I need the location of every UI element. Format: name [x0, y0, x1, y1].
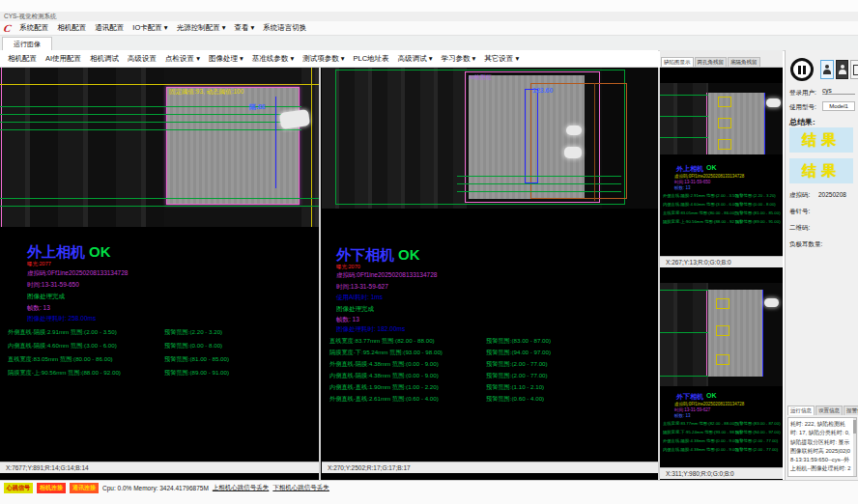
measurement-warn: 预警范围:(81.00 - 85.00): [164, 355, 229, 364]
measurement-warn: 预警范围:(83.00 - 87.00): [735, 421, 781, 426]
measure-line: [0, 198, 319, 199]
measurement-main: 直线宽度:83.77mm 范围:(82.00 - 88.00): [663, 421, 735, 426]
measurement-main: 内侧直线-隔膜:4.38mm 范围:(0.00 - 9.00): [329, 372, 439, 380]
menu-item-comm-config[interactable]: 通讯配置: [95, 23, 124, 33]
panel-divider: [319, 68, 321, 480]
pixel-coord-text: X:267;Y:13;R:0;G:0;B:0: [666, 259, 731, 266]
aux-camera-title: 外上相机: [676, 164, 703, 174]
pixel-coord-bar: X:7677;Y:891;R:14;G:14;B:14: [0, 462, 319, 473]
toolbar-item-learn-params[interactable]: 学习参数 ▾: [441, 54, 475, 64]
lower-camera-heartbeat-link[interactable]: 下相机心跳信号丢失: [272, 484, 329, 492]
aux-barcode-line: 虚拟码:0Ff1ine20250208133134728: [674, 174, 744, 179]
log-scrollbar-thumb[interactable]: [853, 420, 856, 434]
info-tab-alarm[interactable]: 报警信息: [844, 406, 858, 415]
run-log-box[interactable]: 耗时: 222, 缺陷检测耗时: 17, 缺陷分类耗时: 0, 缺陷提取分区耗时…: [787, 417, 857, 477]
menu-item-io-config[interactable]: IO卡配置 ▾: [132, 23, 167, 33]
menu-item-language[interactable]: 系统语言切换: [263, 23, 306, 33]
aux-tab-bottom-residue[interactable]: 底隔角残留: [728, 57, 760, 67]
operator-button[interactable]: [836, 60, 848, 79]
aux-tab-strip: 缺陷图显示 两孔角残留 底隔角残留: [660, 50, 783, 68]
menu-item-light-config[interactable]: 光源控制配置 ▾: [177, 23, 226, 33]
measure-line: [660, 95, 708, 96]
toolbar-item-spot-check[interactable]: 点检设置 ▾: [165, 54, 200, 64]
measure-line: [0, 206, 319, 207]
qr-code-label: 二维码:: [789, 224, 810, 233]
measurement-warn: 预警范围:(2.00 - 77.00): [735, 447, 778, 452]
aux-top-image[interactable]: [660, 68, 783, 154]
measure-line: [660, 290, 708, 291]
threshold-overlay-label: 固定阈值:93, 动态阈值:100: [169, 88, 243, 97]
toolbar-item-advanced-debug[interactable]: 高级调试 ▾: [398, 54, 433, 64]
title-bar: CYS-视觉检测系统: [0, 12, 858, 21]
measurement-main: 隔膜宽度-下:95.24mm 范围:(93.00 - 98.00): [663, 430, 741, 434]
pixel-coord-bar: X:270;Y:2502;R:17;G:17;B:17: [322, 462, 658, 473]
exposure-label: 曝光:2077: [27, 261, 51, 267]
info-tab-run[interactable]: 运行信息: [787, 406, 815, 415]
toolbar-item-test-params[interactable]: 测试项参数 ▾: [302, 54, 344, 64]
toolbar-item-advanced-settings[interactable]: 高级设置: [128, 54, 157, 64]
menu-item-system-config[interactable]: 系统配置: [19, 23, 48, 33]
exposure-label: 曝光:2070: [336, 264, 360, 270]
left-camera-image[interactable]: 固定阈值:93, 动态阈值:100 隔.88: [0, 68, 319, 227]
toolbar: 相机配置 AI使用配置 相机调试 高级设置 点检设置 ▾ 图像处理 ▾ 基准线参…: [0, 50, 658, 68]
pause-run-button[interactable]: [790, 58, 814, 81]
aux-column: 外上相机 OK 虚拟码:0Ff1ine20250208133134728 时间:…: [660, 68, 783, 480]
ai-box-label: AI检测框: [469, 73, 492, 82]
aux-bottom-image[interactable]: [660, 269, 783, 386]
info-tab-settings[interactable]: 设置信息: [815, 406, 843, 415]
process-done-line: 图像处理完成: [27, 293, 65, 301]
time-line: 时间:13-31-59-650: [27, 281, 79, 290]
right-camera-image[interactable]: AI检测框 123.60: [322, 68, 658, 209]
pixel-coord-text: X:311;Y:980;R:0;G:0;B:0: [666, 470, 734, 477]
measurement-main: 内侧直线-隔膜:4.38mm 范围:(0.00 - 9.00): [663, 447, 738, 452]
login-user-value: cys: [822, 87, 855, 95]
upper-camera-heartbeat-link[interactable]: 上相机心跳信号丢失: [213, 484, 270, 492]
toolbar-item-camera-config[interactable]: 相机配置: [8, 54, 37, 64]
tab-connector-blob: [566, 126, 582, 135]
login-user-button[interactable]: [820, 60, 834, 79]
model-label: 使用型号:: [789, 103, 816, 112]
pixel-coord-text: X:7677;Y:891;R:14;G:14;B:14: [6, 464, 89, 471]
toolbar-item-camera-debug[interactable]: 相机调试: [90, 54, 119, 64]
control-panel: 登录用户: cys 使用型号: Model1 总结果: 结果 结果 虚拟码: 2…: [785, 50, 858, 480]
anchor-box: [718, 139, 731, 150]
toolbar-item-image-processing[interactable]: 图像处理 ▾: [209, 54, 243, 64]
width-measure-box: [525, 89, 538, 183]
measurement-warn: 预警范围:(89.00 - 91.00): [164, 369, 229, 378]
menu-item-camera-config[interactable]: 相机配置: [57, 23, 86, 33]
detection-line-blue: [762, 290, 763, 377]
user-dark-icon: [839, 65, 846, 74]
anchor-box: [716, 354, 729, 365]
dark-band: [660, 269, 783, 283]
exit-button[interactable]: [850, 60, 858, 79]
aux-tab-defect-view[interactable]: 缺陷图显示: [661, 57, 694, 67]
camera-title: 外上相机: [27, 243, 85, 262]
measure-line: [0, 114, 301, 115]
measure-line: [457, 176, 621, 177]
toolbar-item-plc-table[interactable]: PLC地址表: [354, 54, 389, 64]
needle-number-label: 卷针号:: [789, 208, 810, 216]
run-log-text: 耗时: 222, 缺陷检测耗时: 17, 缺陷分类耗时: 0, 缺陷提取分区耗时…: [788, 418, 856, 477]
frame-count-line: 帧数: 13: [336, 316, 359, 324]
measurement-main: 外侧直线-隔膜:4.38mm 范围:(0.00 - 9.00): [329, 360, 439, 369]
toolbar-item-other-settings[interactable]: 其它设置 ▾: [484, 54, 519, 64]
measurement-main: 内侧直线-隔膜:4.60mm 范围:(3.00 - 6.00): [663, 202, 738, 207]
aux-tab-hole-residue[interactable]: 两孔角残留: [695, 57, 728, 67]
negative-tab-count-label: 负极耳数量:: [789, 240, 822, 249]
tab-connector-blob: [564, 147, 582, 158]
model-value-field[interactable]: Model1: [822, 101, 855, 111]
exit-door-icon: [853, 65, 858, 75]
barcode-line: 虚拟码:0Ff1ine20250208133134728: [336, 271, 437, 280]
tab-run-image[interactable]: 运行图像: [2, 37, 52, 50]
menu-item-view[interactable]: 查看 ▾: [234, 23, 254, 33]
measurement-warn: 预警范围:(0.00 - 8.00): [735, 202, 776, 207]
measurement-main: 外侧直线-隔膜:2.91mm 范围:(2.00 - 3.50): [8, 328, 117, 337]
measurement-warn: 预警范围:(2.00 - 77.00): [486, 360, 548, 369]
toolbar-item-baseline-params[interactable]: 基准线参数 ▾: [252, 54, 294, 64]
machinery-texture: [301, 68, 319, 227]
toolbar-item-ai-config[interactable]: AI使用配置: [45, 54, 81, 64]
heartbeat-status-badge: 心跳信号: [4, 483, 33, 493]
aux-frame-line: 帧数: 13: [674, 413, 691, 418]
log-scrollbar[interactable]: [853, 418, 856, 476]
status-bar: 心跳信号 相机连接 通讯连接 Cpu: 0.0% Memory: 3424.41…: [0, 480, 858, 504]
